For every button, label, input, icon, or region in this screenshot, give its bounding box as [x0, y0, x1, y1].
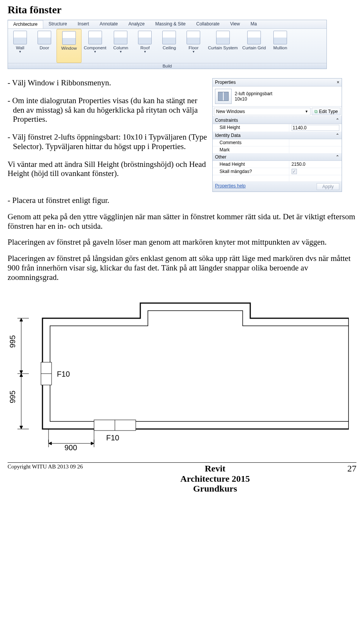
ribbon-button-label: Roof	[135, 46, 155, 50]
row-head-height: Head Height 2150.0	[213, 161, 342, 168]
window-icon	[215, 89, 232, 104]
ribbon-button-ceiling[interactable]: Ceiling	[157, 29, 181, 63]
section-constraints[interactable]: Constraints⌃	[213, 117, 342, 124]
dim-995-top: 995	[8, 335, 17, 348]
ribbon-button-door[interactable]: Door	[32, 29, 56, 63]
instruction-p2: - Om inte dialogrutan Properties visas (…	[8, 96, 209, 124]
row-skall-mangdas: Skall mängdas?	[213, 168, 342, 175]
ribbon-tab-view[interactable]: View	[225, 20, 245, 28]
section-other-label: Other	[215, 154, 226, 160]
instruction-text-full: - Placera ut fönstret enligt figur. Geno…	[8, 196, 356, 282]
ribbon-tab-annotate[interactable]: Annotate	[94, 20, 123, 28]
instruction-text: - Välj Window i Ribbonsmenyn. - Om inte …	[8, 78, 209, 192]
ribbon-tab-architecture[interactable]: Architecture	[8, 20, 43, 28]
ribbon-button-label: Mullion	[270, 46, 290, 50]
dim-900: 900	[64, 443, 77, 451]
ribbon-tab-massing-site[interactable]: Massing & Site	[150, 20, 191, 28]
ribbon-button-window[interactable]: Window	[56, 29, 82, 63]
column-icon	[114, 31, 127, 44]
window-label-left: F10	[57, 370, 70, 378]
instruction-p6: Genom att peka på den yttre vägglinjen n…	[8, 212, 356, 231]
footer-title-1: Revit	[180, 464, 250, 473]
ribbon-button-label: Ceiling	[159, 46, 179, 50]
page-heading: Rita fönster	[8, 4, 356, 16]
value-comments[interactable]	[289, 139, 342, 146]
ribbon-tab-structure[interactable]: Structure	[43, 20, 72, 28]
instance-selector[interactable]: New Windows ▼	[214, 108, 311, 115]
ribbon-button-column[interactable]: Column▼	[108, 29, 133, 63]
ribbon-tab-analyze[interactable]: Analyze	[123, 20, 150, 28]
ribbon-button-label: Window	[59, 46, 79, 50]
ribbon-button-label: Column	[111, 46, 130, 50]
value-head-height[interactable]: 2150.0	[289, 161, 342, 168]
instruction-p4: Vi väntar med att ändra Sill Height (brö…	[8, 160, 209, 179]
row-comments: Comments	[213, 139, 342, 146]
row-mark: Mark	[213, 146, 342, 154]
properties-help-link[interactable]: Properties help	[215, 183, 246, 190]
ribbon-button-component[interactable]: Component▼	[82, 29, 108, 63]
window-label-bottom: F10	[106, 434, 119, 442]
instruction-p8: Placeringen av fönstret på långsidan gör…	[8, 254, 356, 282]
dim-995-bot: 995	[8, 391, 17, 403]
ribbon-button-label: Curtain System	[208, 46, 238, 50]
checkbox-skall-mangdas[interactable]	[289, 168, 342, 175]
label-sill-height: Sill Height	[213, 124, 289, 132]
properties-panel: Properties × 2-luft öppningsbart 10x10 N…	[212, 78, 342, 192]
floor-icon	[187, 31, 200, 44]
row-sill-height: Sill Height	[213, 124, 342, 132]
floor-plan-figure: 995 995 900	[8, 292, 349, 451]
revit-ribbon: ArchitectureStructureInsertAnnotateAnaly…	[8, 20, 327, 69]
properties-title: Properties	[215, 80, 236, 85]
mullion-icon	[273, 31, 287, 44]
ribbon-button-curtain-system[interactable]: Curtain System	[206, 29, 240, 63]
chevron-down-icon: ▼	[111, 50, 130, 53]
footer-page-number: 27	[347, 464, 356, 474]
instruction-p5: - Placera ut fönstret enligt figur.	[8, 196, 356, 205]
component-icon	[88, 31, 102, 44]
chevron-down-icon: ▼	[184, 50, 203, 53]
instruction-p1: - Välj Window i Ribbonsmenyn.	[8, 78, 209, 88]
roof-icon	[138, 31, 152, 44]
type-family: 2-luft öppningsbart	[235, 91, 272, 96]
instruction-p3: - Välj fönstret 2-lufts öppningsbart: 10…	[8, 132, 209, 151]
section-other[interactable]: Other⌃	[213, 154, 342, 161]
chevron-down-icon: ▼	[10, 50, 30, 53]
ribbon-button-label: Floor	[184, 46, 203, 50]
door-icon	[38, 31, 51, 44]
ribbon-button-label: Door	[35, 46, 54, 50]
ceiling-icon	[162, 31, 176, 44]
collapse-icon: ⌃	[336, 154, 339, 160]
input-sill-height[interactable]	[292, 125, 339, 131]
ribbon-tab-insert[interactable]: Insert	[72, 20, 94, 28]
apply-button[interactable]: Apply	[317, 183, 339, 190]
footer-title-3: Grundkurs	[180, 484, 250, 493]
ribbon-button-roof[interactable]: Roof▼	[133, 29, 157, 63]
label-skall-mangdas: Skall mängdas?	[213, 168, 289, 175]
instance-selector-label: New Windows	[216, 109, 245, 114]
row-empty	[213, 175, 342, 182]
ribbon-button-floor[interactable]: Floor▼	[181, 29, 206, 63]
page-footer: Copyright WITU AB 2013 09 26 Revit Archi…	[8, 463, 356, 493]
footer-title-2: Architecture 2015	[180, 474, 250, 484]
chevron-down-icon: ▼	[305, 110, 308, 113]
section-identity-label: Identity Data	[215, 133, 240, 138]
ribbon-button-mullion[interactable]: Mullion	[268, 29, 292, 63]
ribbon-tab-collaborate[interactable]: Collaborate	[191, 20, 225, 28]
ribbon-button-wall[interactable]: Wall▼	[8, 29, 32, 63]
ribbon-button-curtain-grid[interactable]: Curtain Grid	[240, 29, 268, 63]
label-mark: Mark	[213, 146, 289, 153]
section-identity[interactable]: Identity Data⌃	[213, 132, 342, 139]
instruction-p7: Placeringen av fönstret på gaveln löser …	[8, 237, 356, 247]
type-selector[interactable]: 2-luft öppningsbart 10x10	[213, 86, 342, 107]
chevron-down-icon: ▼	[84, 50, 106, 53]
curtain-system-icon	[216, 31, 230, 44]
ribbon-group-label: Build	[8, 63, 326, 69]
footer-copyright: Copyright WITU AB 2013 09 26	[8, 464, 83, 470]
edit-type-button[interactable]: ⧉ Edit Type	[312, 108, 340, 115]
wall-icon	[13, 31, 27, 44]
ribbon-button-label: Wall	[10, 46, 30, 50]
section-constraints-label: Constraints	[215, 118, 238, 123]
close-icon[interactable]: ×	[337, 80, 339, 85]
value-mark[interactable]	[289, 146, 342, 153]
ribbon-tab-ma[interactable]: Ma	[245, 20, 262, 28]
